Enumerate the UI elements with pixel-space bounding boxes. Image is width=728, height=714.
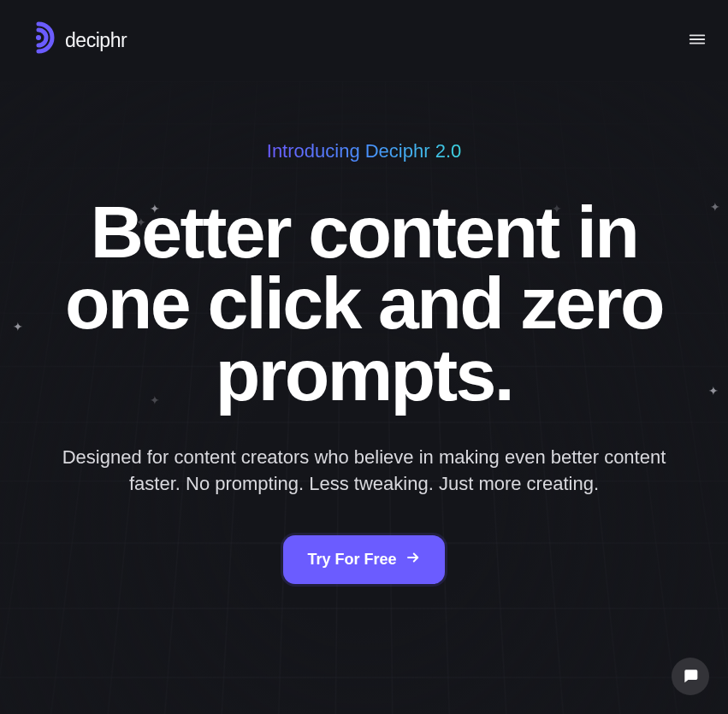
logo-mark-icon: [21, 21, 56, 60]
logo-text: deciphr: [65, 29, 127, 52]
menu-button[interactable]: [687, 30, 707, 50]
hero-subhead: Designed for content creators who believ…: [56, 445, 672, 498]
chat-icon: [682, 667, 699, 687]
svg-point-0: [36, 35, 41, 40]
logo-link[interactable]: deciphr: [21, 21, 127, 60]
hero-headline: Better content in one click and zero pro…: [31, 197, 698, 410]
hero-eyebrow: Introducing Deciphr 2.0: [267, 140, 461, 162]
cta-label: Try For Free: [307, 551, 396, 569]
hamburger-icon: [688, 30, 707, 51]
arrow-right-icon: [405, 550, 421, 569]
site-header: deciphr: [0, 0, 728, 80]
hero-section: Introducing Deciphr 2.0 Better content i…: [0, 80, 728, 584]
try-for-free-button[interactable]: Try For Free: [283, 535, 444, 584]
chat-widget-button[interactable]: [672, 658, 709, 695]
